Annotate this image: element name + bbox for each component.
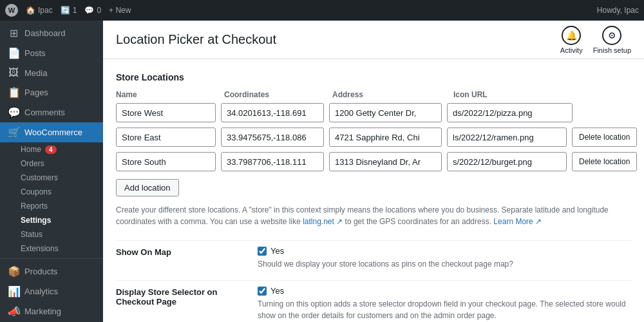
finish-setup-icon: ⚙ <box>602 26 621 45</box>
sidebar-item-settings[interactable]: Settings <box>0 213 103 227</box>
col-icon-url: Icon URL <box>453 90 582 99</box>
comments-item[interactable]: 💬 0 <box>84 6 101 15</box>
sidebar-item-extensions[interactable]: Extensions <box>0 242 103 256</box>
store-name-input[interactable] <box>116 152 216 171</box>
store-address-input[interactable] <box>329 103 442 122</box>
updates-item[interactable]: 🔄 1 <box>61 6 77 15</box>
sidebar-item-home[interactable]: Home 4 <box>0 142 103 156</box>
display-selector-label: Display Store Selector onCheckout Page <box>116 286 245 307</box>
sidebar-item-label: Media <box>24 68 47 78</box>
store-coords-input[interactable] <box>221 152 324 171</box>
store-icon-input[interactable] <box>447 103 573 122</box>
sidebar-item-orders[interactable]: Orders <box>0 156 103 171</box>
sidebar-item-dashboard[interactable]: ⊞ Dashboard <box>0 23 103 43</box>
store-locations-section: Store Locations Name Coordinates Address… <box>116 72 631 227</box>
display-selector-checkbox-row: Yes <box>258 286 631 296</box>
display-selector-section: Display Store Selector onCheckout Page Y… <box>116 280 631 321</box>
content-body: Store Locations Name Coordinates Address… <box>103 59 644 322</box>
page-title: Location Picker at Checkout <box>116 32 276 47</box>
sidebar-item-label: Pages <box>24 88 48 97</box>
show-on-map-help: Should we display your store locations a… <box>258 258 631 270</box>
analytics-icon: 📊 <box>8 285 19 298</box>
display-selector-help: Turning on this option adds a store sele… <box>258 298 631 321</box>
delete-location-button[interactable]: Delete location <box>572 128 637 147</box>
store-name-input[interactable] <box>116 128 216 147</box>
store-locations-title: Store Locations <box>116 72 631 82</box>
store-coords-input[interactable] <box>221 128 324 147</box>
learn-more-link[interactable]: Learn More ↗ <box>493 217 542 226</box>
media-icon: 🖼 <box>8 67 19 79</box>
sidebar-section-main: ⊞ Dashboard 📄 Posts 🖼 Media 📋 Pages 💬 Co… <box>0 21 103 322</box>
add-location-button[interactable]: Add location <box>116 179 179 196</box>
sidebar-item-customers[interactable]: Customers <box>0 171 103 185</box>
sidebar-item-label: Comments <box>24 108 65 117</box>
store-coords-input[interactable] <box>221 103 324 122</box>
home-sub-label: Home <box>21 145 41 154</box>
content-topbar: Location Picker at Checkout 🔔 Activity ⚙… <box>103 21 644 59</box>
sidebar-item-label: Posts <box>24 48 46 58</box>
wp-logo-item[interactable]: W <box>5 4 18 17</box>
display-selector-checkbox[interactable] <box>258 287 267 296</box>
latlng-link[interactable]: latlng.net ↗ <box>303 217 343 226</box>
activity-button[interactable]: 🔔 Activity <box>560 26 583 54</box>
show-on-map-checkbox[interactable] <box>258 247 267 256</box>
pages-icon: 📋 <box>8 86 19 99</box>
delete-location-button[interactable]: Delete location <box>572 152 637 171</box>
col-actions <box>587 90 631 99</box>
sidebar-item-coupons[interactable]: Coupons <box>0 185 103 199</box>
sidebar-item-posts[interactable]: 📄 Posts <box>0 43 103 63</box>
comments-icon: 💬 <box>8 106 19 118</box>
howdy-text: Howdy, Ipac <box>597 6 639 15</box>
show-on-map-content: Yes Should we display your store locatio… <box>258 246 631 270</box>
howdy-item[interactable]: Howdy, Ipac <box>597 6 639 15</box>
new-item[interactable]: + New <box>109 6 131 15</box>
admin-bar: W 🏠 Ipac 🔄 1 💬 0 + New Howdy, Ipac <box>0 0 644 21</box>
sidebar-item-reports[interactable]: Reports <box>0 199 103 213</box>
wp-logo-icon: W <box>5 4 18 17</box>
updates-icon: 🔄 <box>61 6 70 15</box>
site-name: Ipac <box>38 6 53 15</box>
new-label: + New <box>109 6 131 15</box>
store-address-input[interactable] <box>329 152 442 171</box>
store-name-input[interactable] <box>116 103 216 122</box>
sidebar-item-label: WooCommerce <box>24 128 82 137</box>
finish-setup-label: Finish setup <box>593 46 631 54</box>
sidebar-item-analytics[interactable]: 📊 Analytics <box>0 281 103 301</box>
store-address-input[interactable] <box>329 128 442 147</box>
location-row: Delete location <box>116 128 631 147</box>
home-icon: 🏠 <box>26 6 35 15</box>
home-badge: 4 <box>45 146 57 154</box>
site-link[interactable]: 🏠 Ipac <box>26 6 53 15</box>
sidebar-item-media[interactable]: 🖼 Media <box>0 63 103 82</box>
col-coordinates: Coordinates <box>224 90 327 99</box>
sidebar-item-comments[interactable]: 💬 Comments <box>0 102 103 122</box>
show-on-map-section: Show On Map Yes Should we display your s… <box>116 240 631 270</box>
finish-setup-button[interactable]: ⚙ Finish setup <box>593 26 631 54</box>
sidebar-item-pages[interactable]: 📋 Pages <box>0 82 103 102</box>
sidebar-item-marketing[interactable]: 📣 Marketing <box>0 301 103 321</box>
store-icon-input[interactable] <box>447 152 567 171</box>
sidebar-item-woocommerce[interactable]: 🛒 WooCommerce <box>0 122 103 142</box>
sidebar-item-label: Marketing <box>24 307 61 316</box>
sidebar-item-label: Products <box>24 267 57 276</box>
sidebar-item-label: Analytics <box>24 287 58 296</box>
topbar-actions: 🔔 Activity ⚙ Finish setup <box>560 26 631 54</box>
location-row: Delete location <box>116 152 631 171</box>
show-on-map-checkbox-row: Yes <box>258 246 631 256</box>
comments-icon: 💬 <box>84 6 94 15</box>
table-header: Name Coordinates Address Icon URL <box>116 90 631 103</box>
location-row <box>116 103 631 122</box>
display-selector-checkbox-label: Yes <box>270 286 284 296</box>
display-selector-content: Yes Turning on this option adds a store … <box>258 286 631 321</box>
store-icon-input[interactable] <box>447 128 567 147</box>
sidebar-item-status[interactable]: Status <box>0 227 103 242</box>
col-address: Address <box>332 90 448 99</box>
products-icon: 📦 <box>8 265 19 278</box>
sidebar: ⊞ Dashboard 📄 Posts 🖼 Media 📋 Pages 💬 Co… <box>0 21 103 322</box>
sidebar-item-products[interactable]: 📦 Products <box>0 261 103 281</box>
sidebar-item-label: Dashboard <box>24 28 66 38</box>
comments-count: 0 <box>97 6 101 15</box>
activity-label: Activity <box>560 46 583 54</box>
woocommerce-icon: 🛒 <box>8 126 19 138</box>
col-name: Name <box>116 90 219 99</box>
